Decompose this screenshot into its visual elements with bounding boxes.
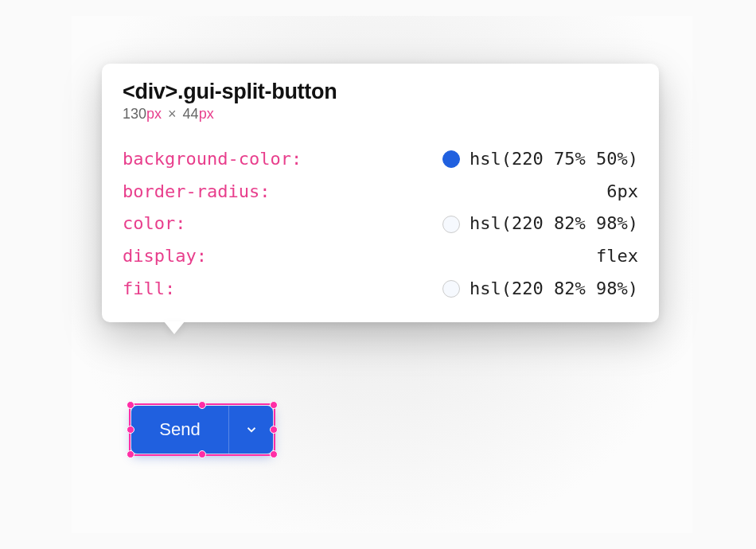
style-property-row: color:hsl(220 82% 98%) [123, 208, 638, 240]
split-button-dropdown[interactable] [228, 406, 273, 454]
split-button-selection-wrap: Send [131, 406, 273, 454]
color-swatch-icon [442, 150, 460, 168]
style-property-row: border-radius:6px [123, 176, 638, 208]
devtools-element-tooltip: <div>.gui-split-button 130px × 44px back… [102, 64, 659, 322]
style-properties-list: background-color:hsl(220 75% 50%)border-… [123, 143, 638, 305]
element-dimensions: 130px × 44px [123, 106, 638, 123]
gui-split-button: Send [131, 406, 273, 454]
property-name: background-color: [123, 143, 302, 176]
color-swatch-icon [442, 280, 460, 298]
property-name: fill: [123, 273, 175, 306]
property-name: display: [123, 240, 207, 273]
property-value: hsl(220 82% 98%) [175, 273, 638, 306]
property-value: hsl(220 75% 50%) [302, 143, 638, 176]
style-property-row: fill:hsl(220 82% 98%) [123, 273, 638, 306]
send-button[interactable]: Send [131, 406, 228, 454]
send-button-label: Send [159, 419, 200, 440]
element-selector: <div>.gui-split-button [123, 80, 638, 104]
property-value: 6px [270, 176, 638, 208]
style-property-row: display:flex [123, 240, 638, 273]
property-name: border-radius: [123, 176, 270, 208]
color-swatch-icon [442, 216, 460, 233]
style-property-row: background-color:hsl(220 75% 50%) [123, 143, 638, 176]
property-name: color: [123, 208, 185, 240]
canvas: <div>.gui-split-button 130px × 44px back… [72, 16, 692, 533]
chevron-down-icon [244, 422, 259, 437]
property-value: hsl(220 82% 98%) [185, 208, 638, 240]
property-value: flex [207, 240, 638, 273]
